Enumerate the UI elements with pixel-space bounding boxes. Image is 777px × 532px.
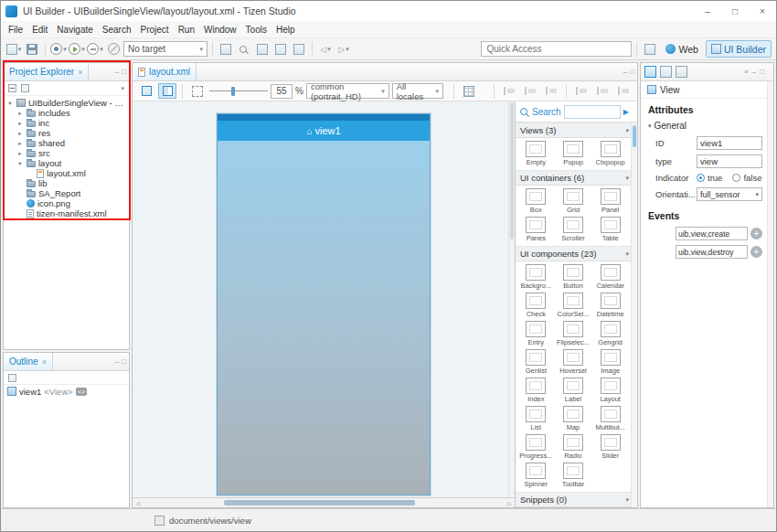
ui-builder-perspective-button[interactable]: UI Builder xyxy=(706,40,772,58)
tree-item-includes[interactable]: ▸includes xyxy=(4,108,129,118)
indicator-false-radio[interactable] xyxy=(732,174,740,182)
tree-item-inc[interactable]: ▸inc xyxy=(4,118,129,128)
palette-item-ctxpopup[interactable]: Ctxpopup xyxy=(591,140,629,168)
scrollbar-thumb[interactable] xyxy=(510,102,514,239)
maximize-button[interactable]: □ xyxy=(721,1,749,21)
palette-item-flipselec[interactable]: Flipselec... xyxy=(555,320,592,348)
chevron-right-icon[interactable]: ▸ xyxy=(16,140,24,147)
menu-file[interactable]: File xyxy=(4,25,27,35)
tree-item-shared[interactable]: ▸shared xyxy=(4,138,129,148)
new-wizard-button[interactable]: ▾ xyxy=(5,40,22,58)
minimize-panel-icon[interactable]: – xyxy=(115,68,119,76)
palette-item-toolbar[interactable]: Toolbar xyxy=(555,462,592,490)
view1-design-surface[interactable]: ⌂ view1 xyxy=(217,113,431,495)
palette-section-views-3[interactable]: Views (3)▾ xyxy=(516,122,637,138)
chevron-right-icon[interactable]: ▸ xyxy=(16,120,24,127)
tree-item-uibuildersingleview-mobile-4-0[interactable]: ▾UIBuilderSingleView - mobile-4.0 xyxy=(4,98,129,108)
close-icon[interactable]: × xyxy=(42,357,47,367)
palette-item-popup[interactable]: Popup xyxy=(555,140,592,168)
menu-edit[interactable]: Edit xyxy=(27,25,52,35)
search-dialog-button[interactable] xyxy=(236,40,252,58)
palette-item-spinner[interactable]: Spinner xyxy=(517,462,555,490)
resolution-select[interactable]: common (portrait_HD)▾ xyxy=(306,83,389,99)
align-middle-button[interactable] xyxy=(593,83,612,99)
certificate-manager-button[interactable] xyxy=(272,40,289,58)
back-history-button[interactable]: ◁▾ xyxy=(317,40,334,58)
align-top-button[interactable] xyxy=(572,83,591,99)
tree-item-lib[interactable]: lib xyxy=(4,178,129,188)
tree-item-icon-png[interactable]: icon.png xyxy=(4,198,129,208)
align-center-button[interactable] xyxy=(521,83,539,99)
chevron-right-icon[interactable]: ▸ xyxy=(16,150,24,157)
scrollbar-thumb[interactable] xyxy=(224,500,415,505)
palette-item-calendar[interactable]: Calendar xyxy=(591,263,629,292)
menu-tools[interactable]: Tools xyxy=(241,25,271,35)
palette-item-genlist[interactable]: Genlist xyxy=(517,348,555,377)
locales-select[interactable]: All locales▾ xyxy=(392,83,443,99)
debug-button[interactable]: ▾ xyxy=(50,40,67,58)
outline-item-view1[interactable]: view1 <View> <> xyxy=(4,385,129,398)
canvas-vertical-scrollbar[interactable] xyxy=(508,101,515,497)
maximize-panel-icon[interactable]: □ xyxy=(122,357,126,366)
orientation-select[interactable]: full_sensor ▾ xyxy=(697,187,762,201)
chevron-right-icon[interactable]: ▸ xyxy=(16,110,24,117)
tree-item-layout[interactable]: ▾layout xyxy=(4,158,129,168)
link-with-editor-icon[interactable] xyxy=(21,84,29,92)
tree-item-tizen-manifest-xml[interactable]: tizen-manifest.xml xyxy=(4,208,129,218)
maximize-panel-icon[interactable]: □ xyxy=(122,68,126,76)
palette-item-label[interactable]: Label xyxy=(555,377,592,405)
close-button[interactable]: × xyxy=(749,1,776,21)
event-name-input[interactable] xyxy=(676,245,748,259)
palette-search-go-icon[interactable]: ▶ xyxy=(623,108,629,116)
tree-item-res[interactable]: ▸res xyxy=(4,128,129,138)
tree-item-src[interactable]: ▸src xyxy=(4,148,129,158)
package-manager-button[interactable] xyxy=(254,40,271,58)
palette-item-radio[interactable]: Radio xyxy=(555,433,592,462)
palette-item-hoversel[interactable]: Hoversel xyxy=(555,348,592,377)
chevron-down-icon[interactable]: ▾ xyxy=(16,160,24,167)
minimize-panel-icon[interactable]: – xyxy=(752,68,756,76)
palette-scrollbar[interactable] xyxy=(631,123,637,507)
view-menu-icon[interactable]: ▾ xyxy=(121,85,124,92)
palette-item-empty[interactable]: Empty xyxy=(517,140,555,168)
palette-item-map[interactable]: Map xyxy=(555,405,592,433)
web-perspective-button[interactable]: Web xyxy=(660,40,703,58)
palette-section-ui-containers-6[interactable]: UI containers (6)▾ xyxy=(516,170,637,186)
tab-layout-xml[interactable]: layout.xml xyxy=(133,63,197,80)
palette-section-ui-components-23[interactable]: UI components (23)▾ xyxy=(516,246,637,261)
palette-item-colorsel[interactable]: ColorSel... xyxy=(555,292,592,320)
tree-item-sa-report[interactable]: SA_Report xyxy=(4,188,129,198)
scroll-left-icon[interactable]: ◁ xyxy=(133,500,143,506)
quick-access-input[interactable] xyxy=(481,41,632,57)
chevron-down-icon[interactable]: ▾ xyxy=(6,100,14,107)
design-view-button[interactable] xyxy=(137,83,155,99)
tab-project-explorer[interactable]: Project Explorer × xyxy=(4,63,89,80)
zoom-slider[interactable] xyxy=(209,85,268,98)
palette-item-slider[interactable]: Slider xyxy=(591,433,629,462)
palette-item-layout[interactable]: Layout xyxy=(591,377,629,405)
overflow-chevron-icon[interactable]: » xyxy=(744,68,748,76)
attributes-scrollbar[interactable] xyxy=(767,81,773,507)
target-select[interactable]: No target▾ xyxy=(123,41,208,57)
design-canvas[interactable]: ⌂ view1 xyxy=(133,101,515,497)
indicator-true-radio[interactable] xyxy=(697,174,705,182)
chevron-right-icon[interactable]: ▸ xyxy=(16,130,24,137)
align-right-button[interactable] xyxy=(542,83,560,99)
view-body[interactable] xyxy=(218,141,430,495)
fit-to-screen-button[interactable] xyxy=(188,83,207,99)
palette-section-snippets-0[interactable]: Snippets (0)▾ xyxy=(516,492,637,507)
show-grid-button[interactable] xyxy=(460,83,478,99)
maximize-panel-icon[interactable]: □ xyxy=(760,68,764,76)
palette-item-list[interactable]: List xyxy=(517,405,555,433)
canvas-horizontal-scrollbar[interactable]: ◁ ▷ xyxy=(133,497,515,507)
zoom-slider-thumb[interactable] xyxy=(231,87,235,96)
split-view-button[interactable] xyxy=(158,83,176,99)
attributes-tab-icon[interactable] xyxy=(644,66,656,78)
event-name-input[interactable] xyxy=(676,227,748,240)
palette-item-index[interactable]: Index xyxy=(517,377,555,405)
menu-project[interactable]: Project xyxy=(136,25,174,35)
palette-item-table[interactable]: Table xyxy=(591,216,629,244)
no-target-status-button[interactable] xyxy=(105,40,122,58)
align-left-button[interactable] xyxy=(500,83,518,99)
palette-item-box[interactable]: Box xyxy=(517,187,555,216)
